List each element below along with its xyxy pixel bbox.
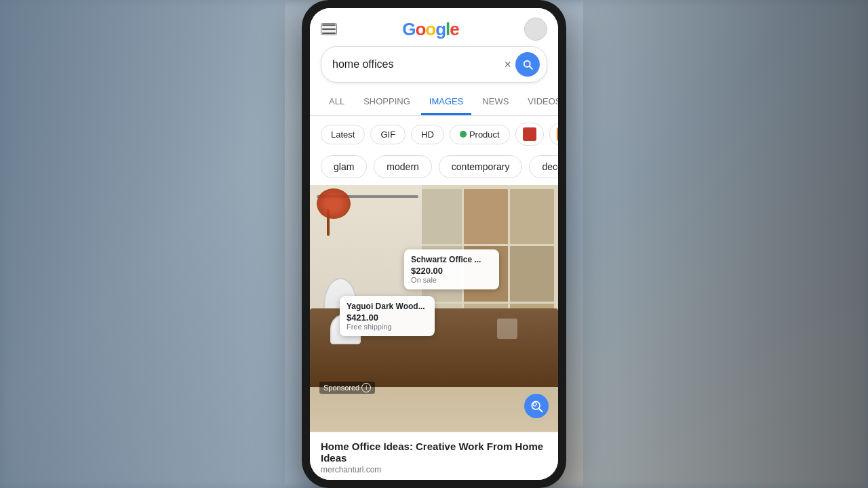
sponsored-info-button[interactable]: i [361, 383, 371, 392]
google-logo: G o o g l e [402, 19, 459, 40]
product-tooltip-schwartz[interactable]: Schwartz Office ... $220.00 On sale [404, 249, 499, 289]
svg-line-1 [539, 409, 542, 412]
tooltip2-title: Yaguoi Dark Wood... [347, 302, 428, 311]
office-image: Schwartz Office ... $220.00 On sale Yagu… [310, 185, 558, 432]
top-bar: G o o g l e [310, 8, 558, 46]
phone-screen: G o o g l e home offices × [310, 8, 558, 480]
tooltip2-badge: Free shipping [347, 323, 428, 331]
search-icon [521, 58, 534, 70]
filter-row-2: glam modern contemporary decor [310, 152, 558, 185]
sponsored-text: Sponsored [323, 384, 359, 392]
logo-letter-o2: o [425, 19, 435, 40]
caption-url[interactable]: merchanturl.com [321, 465, 547, 474]
shelf-cell-2 [464, 189, 508, 244]
tooltip1-title: Schwartz Office ... [411, 255, 492, 264]
color-swatch-red [523, 127, 536, 141]
tooltip2-price: $421.00 [347, 312, 428, 323]
lens-button[interactable] [524, 394, 549, 418]
caption-title: Home Office Ideas: Creative Work From Ho… [321, 441, 547, 464]
logo-letter-e: e [450, 19, 458, 40]
search-bar: home offices × [321, 46, 547, 83]
right-background-panel [583, 0, 868, 488]
tooltip1-badge: On sale [411, 276, 492, 284]
logo-letter-g2: g [435, 19, 446, 40]
lens-icon [530, 399, 543, 413]
logo-letter-o1: o [415, 19, 425, 40]
filter-decor[interactable]: decor [529, 155, 558, 178]
tabs-bar: ALL SHOPPING IMAGES NEWS VIDEOS [310, 89, 558, 116]
left-background-panel [0, 0, 285, 488]
logo-letter-g: G [402, 19, 415, 40]
tab-all[interactable]: ALL [321, 89, 353, 115]
sponsored-label: Sponsored i [319, 382, 375, 394]
tab-news[interactable]: NEWS [474, 89, 517, 115]
filter-hd[interactable]: HD [411, 125, 444, 144]
filter-color-red[interactable] [515, 123, 544, 146]
filter-glam[interactable]: glam [321, 155, 367, 178]
search-bar-container: home offices × [310, 46, 558, 89]
filter-contemporary[interactable]: contemporary [439, 155, 523, 178]
shelf-cell-3 [510, 189, 554, 244]
tab-shopping[interactable]: SHOPPING [355, 89, 418, 115]
tab-images[interactable]: IMAGES [421, 89, 472, 115]
filter-row-1: Latest GIF HD Product [310, 116, 558, 152]
product-tooltip-yaguoi[interactable]: Yaguoi Dark Wood... $421.00 Free shippin… [340, 296, 435, 336]
bottom-caption: Home Office Ideas: Creative Work From Ho… [310, 432, 558, 480]
main-image-area[interactable]: Schwartz Office ... $220.00 On sale Yagu… [310, 185, 558, 432]
filter-latest[interactable]: Latest [321, 125, 365, 144]
menu-button[interactable] [321, 23, 337, 35]
shelf-cell-6 [510, 246, 554, 301]
search-button[interactable] [515, 52, 540, 77]
shelf-cell-1 [418, 189, 462, 244]
filter-gif[interactable]: GIF [370, 125, 406, 144]
desk-item-1 [497, 319, 517, 339]
filter-color-orange[interactable] [549, 123, 558, 146]
product-icon [460, 131, 467, 138]
search-input[interactable]: home offices [332, 58, 500, 70]
filter-modern[interactable]: modern [374, 155, 431, 178]
floral-arrangement [313, 188, 354, 236]
svg-point-2 [533, 403, 536, 406]
clear-button[interactable]: × [500, 58, 515, 72]
tooltip1-price: $220.00 [411, 266, 492, 276]
tab-videos[interactable]: VIDEOS [519, 89, 558, 115]
filter-product[interactable]: Product [450, 125, 510, 144]
phone-frame: G o o g l e home offices × [302, 0, 566, 488]
filter-product-label: Product [469, 129, 500, 140]
avatar[interactable] [524, 18, 547, 41]
color-swatch-orange [557, 127, 558, 141]
